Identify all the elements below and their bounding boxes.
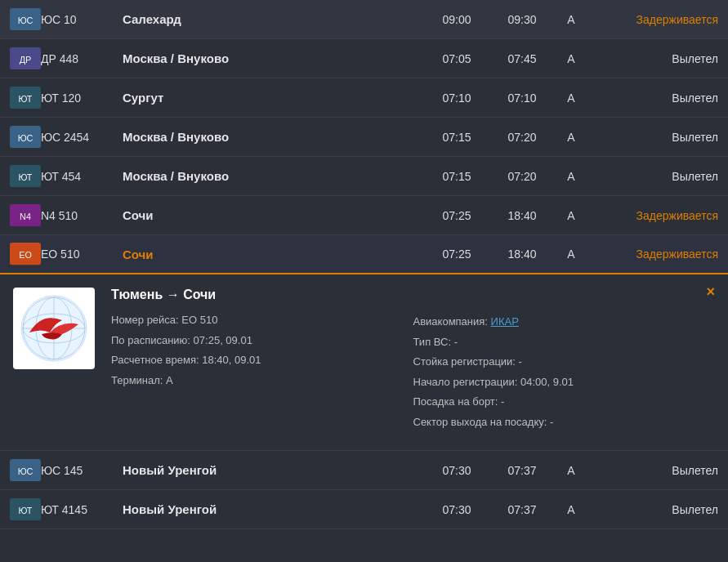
actual-ys2454: 07:20 [489, 131, 555, 144]
svg-text:ЮТ: ЮТ [19, 172, 33, 182]
detail-flight-number: Номер рейса: ЕО 510 [111, 312, 413, 328]
scheduled-ys145: 07:30 [424, 464, 489, 477]
svg-text:ЮС: ЮС [18, 133, 33, 143]
destination-n4510: Сочи [123, 208, 424, 222]
flight-number-ys145: ЮС 145 [41, 464, 123, 477]
svg-text:ЮТ: ЮТ [19, 94, 33, 104]
status-ys2454: Вылетел [587, 131, 718, 144]
detail-terminal: Терминал: А [111, 372, 413, 389]
scheduled-n4510: 07:25 [424, 209, 489, 222]
svg-text:N4: N4 [20, 212, 31, 221]
flight-row-ys10[interactable]: ЮС ЮС 10 Салехард 09:00 09:30 А Задержив… [0, 0, 728, 39]
destination-ys10: Салехард [123, 12, 424, 26]
status-eo510: Задерживается [587, 248, 718, 261]
actual-n4510: 18:40 [489, 209, 555, 222]
destination-dr448: Москва / Внуково [123, 51, 424, 65]
actual-yt4145: 07:37 [489, 503, 555, 516]
flight-number-dr448: ДР 448 [41, 52, 123, 65]
flight-number-yt4145: ЮТ 4145 [41, 503, 123, 516]
actual-yt120: 07:10 [489, 91, 555, 105]
flight-row-dr448[interactable]: ДР ДР 448 Москва / Внуково 07:05 07:45 А… [0, 39, 728, 78]
terminal-n4510: А [555, 209, 587, 222]
airline-icon-yt120: ЮТ [10, 87, 41, 109]
actual-ys145: 07:37 [489, 464, 555, 477]
destination-ys2454: Москва / Внуково [123, 130, 424, 144]
detail-estimated: Расчетное время: 18:40, 09.01 [111, 352, 413, 368]
status-n4510: Задерживается [587, 209, 718, 222]
detail-title: Тюмень → Сочи [111, 288, 413, 302]
flight-row-ys2454[interactable]: ЮС ЮС 2454 Москва / Внуково 07:15 07:20 … [0, 118, 728, 157]
scheduled-ys10: 09:00 [424, 13, 489, 26]
detail-panel: Тюмень → Сочи Номер рейса: ЕО 510 По рас… [0, 274, 728, 451]
scheduled-ys2454: 07:15 [424, 131, 489, 144]
airline-icon-n4510: N4 [10, 204, 41, 226]
actual-ys10: 09:30 [489, 13, 555, 26]
flight-number-eo510: ЕО 510 [41, 248, 123, 261]
scheduled-yt454: 07:15 [424, 170, 489, 183]
close-detail-button[interactable]: × [706, 284, 715, 299]
terminal-ys2454: А [555, 131, 587, 144]
detail-left: Тюмень → Сочи Номер рейса: ЕО 510 По рас… [111, 288, 413, 434]
scheduled-dr448: 07:05 [424, 52, 489, 65]
scheduled-yt120: 07:10 [424, 91, 489, 105]
flight-board: ЮС ЮС 10 Салехард 09:00 09:30 А Задержив… [0, 0, 728, 529]
terminal-yt454: А [555, 170, 587, 183]
flight-row-n4510[interactable]: N4 N4 510 Сочи 07:25 18:40 А Задерживает… [0, 196, 728, 235]
svg-text:ДР: ДР [20, 55, 32, 65]
destination-yt120: Сургут [123, 91, 424, 105]
flight-row-yt454[interactable]: ЮТ ЮТ 454 Москва / Внуково 07:15 07:20 А… [0, 157, 728, 196]
svg-text:ЮС: ЮС [18, 16, 33, 25]
detail-checkin-start: Начало регистрации: 04:00, 9.01 [413, 374, 716, 390]
actual-dr448: 07:45 [489, 52, 555, 65]
status-ys145: Вылетел [587, 464, 718, 477]
airline-icon-ys2454: ЮС [10, 126, 41, 148]
terminal-yt120: А [555, 91, 587, 105]
terminal-ys145: А [555, 464, 587, 477]
flight-row-eo510[interactable]: ЕО ЕО 510 Сочи 07:25 18:40 А Задерживает… [0, 235, 728, 274]
actual-eo510: 18:40 [489, 248, 555, 261]
status-yt4145: Вылетел [587, 503, 718, 516]
flight-number-n4510: N4 510 [41, 209, 123, 222]
detail-boarding: Посадка на борт: - [413, 394, 716, 410]
airline-logo [13, 288, 95, 369]
airline-link[interactable]: ИКАР [491, 315, 519, 328]
flight-row-ys145[interactable]: ЮС ЮС 145 Новый Уренгой 07:30 07:37 А Вы… [0, 451, 728, 490]
flight-number-ys2454: ЮС 2454 [41, 131, 123, 144]
destination-yt4145: Новый Уренгой [123, 502, 424, 516]
detail-scheduled: По расписанию: 07:25, 09.01 [111, 332, 413, 349]
airline-icon-dr448: ДР [10, 47, 41, 69]
svg-text:ЕО: ЕО [19, 250, 32, 260]
destination-eo510: Сочи [123, 248, 424, 261]
status-yt454: Вылетел [587, 170, 718, 183]
airline-icon-yt4145: ЮТ [10, 498, 41, 520]
flight-number-yt454: ЮТ 454 [41, 170, 123, 183]
destination-yt454: Москва / Внуково [123, 169, 424, 183]
flight-row-yt120[interactable]: ЮТ ЮТ 120 Сургут 07:10 07:10 А Вылетел [0, 78, 728, 118]
flights-top: ЮС ЮС 10 Салехард 09:00 09:30 А Задержив… [0, 0, 728, 274]
status-ys10: Задерживается [587, 13, 718, 26]
scheduled-eo510: 07:25 [424, 248, 489, 261]
terminal-dr448: А [555, 52, 587, 65]
terminal-eo510: А [555, 248, 587, 261]
status-dr448: Вылетел [587, 52, 718, 65]
terminal-ys10: А [555, 13, 587, 26]
scheduled-yt4145: 07:30 [424, 503, 489, 516]
detail-content: Тюмень → Сочи Номер рейса: ЕО 510 По рас… [111, 288, 715, 434]
svg-text:ЮТ: ЮТ [19, 506, 33, 515]
flight-number-yt120: ЮТ 120 [41, 91, 123, 105]
detail-gate: Сектор выхода на посадку: - [413, 414, 716, 430]
airline-icon-eo510: ЕО [10, 243, 41, 265]
terminal-yt4145: А [555, 503, 587, 516]
airline-icon-yt454: ЮТ [10, 165, 41, 187]
flight-row-yt4145[interactable]: ЮТ ЮТ 4145 Новый Уренгой 07:30 07:37 А В… [0, 490, 728, 529]
svg-text:ЮС: ЮС [18, 466, 33, 476]
airline-icon-ys145: ЮС [10, 459, 41, 481]
status-yt120: Вылетел [587, 91, 718, 105]
destination-ys145: Новый Уренгой [123, 463, 424, 477]
flight-number-ys10: ЮС 10 [41, 13, 123, 26]
detail-airline: Авиакомпания: ИКАР [413, 314, 716, 330]
airline-icon-ys10: ЮС [10, 8, 41, 30]
detail-checkin: Стойка регистрации: - [413, 354, 716, 370]
detail-aircraft: Тип ВС: - [413, 334, 716, 350]
detail-right: Авиакомпания: ИКАР Тип ВС: - Стойка реги… [413, 288, 716, 434]
